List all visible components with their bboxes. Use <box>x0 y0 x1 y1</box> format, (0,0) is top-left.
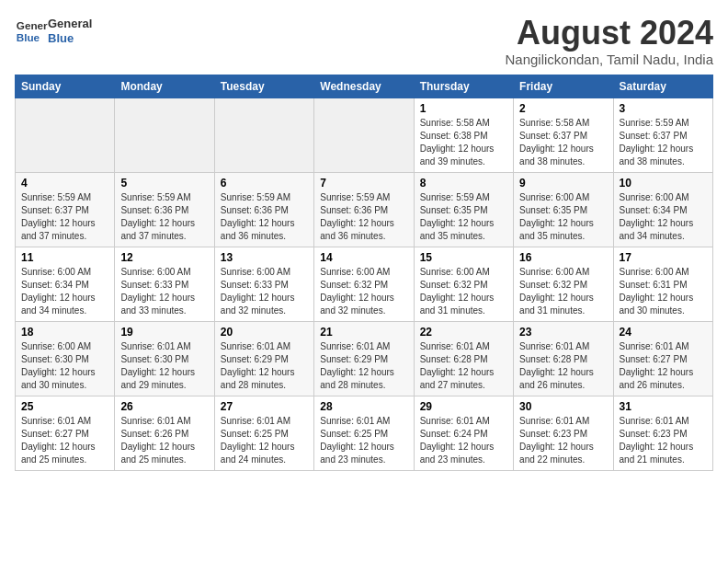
day-number: 17 <box>620 251 707 264</box>
calendar-cell: 22Sunrise: 6:01 AM Sunset: 6:28 PM Dayli… <box>414 321 513 396</box>
day-info: Sunrise: 6:01 AM Sunset: 6:27 PM Dayligh… <box>21 415 108 466</box>
day-number: 13 <box>221 251 308 264</box>
calendar-cell: 9Sunrise: 6:00 AM Sunset: 6:35 PM Daylig… <box>514 172 613 247</box>
weekday-header-wednesday: Wednesday <box>314 75 414 98</box>
day-number: 2 <box>519 102 607 115</box>
calendar-cell <box>214 98 313 172</box>
day-info: Sunrise: 6:01 AM Sunset: 6:28 PM Dayligh… <box>519 340 607 392</box>
day-number: 23 <box>519 326 607 339</box>
calendar-cell: 3Sunrise: 5:59 AM Sunset: 6:37 PM Daylig… <box>613 98 712 172</box>
calendar-cell: 18Sunrise: 6:00 AM Sunset: 6:30 PM Dayli… <box>16 321 115 396</box>
day-number: 11 <box>21 251 108 264</box>
calendar-cell <box>115 98 214 172</box>
calendar-cell: 31Sunrise: 6:01 AM Sunset: 6:23 PM Dayli… <box>613 396 712 470</box>
day-number: 25 <box>21 400 108 413</box>
calendar-cell: 20Sunrise: 6:01 AM Sunset: 6:29 PM Dayli… <box>214 321 313 396</box>
calendar-cell: 4Sunrise: 5:59 AM Sunset: 6:37 PM Daylig… <box>16 172 115 247</box>
calendar-cell: 5Sunrise: 5:59 AM Sunset: 6:36 PM Daylig… <box>115 172 214 247</box>
day-info: Sunrise: 5:59 AM Sunset: 6:36 PM Dayligh… <box>221 191 308 243</box>
calendar-week-row: 1Sunrise: 5:58 AM Sunset: 6:38 PM Daylig… <box>16 98 713 172</box>
calendar-week-row: 11Sunrise: 6:00 AM Sunset: 6:34 PM Dayli… <box>16 247 713 321</box>
title-area: August 2024 Nangilickondan, Tamil Nadu, … <box>505 15 713 67</box>
logo-line2: Blue <box>48 31 92 46</box>
calendar-cell <box>314 98 414 172</box>
day-info: Sunrise: 5:59 AM Sunset: 6:36 PM Dayligh… <box>320 191 407 243</box>
day-number: 19 <box>120 326 208 339</box>
day-info: Sunrise: 6:00 AM Sunset: 6:33 PM Dayligh… <box>221 266 308 317</box>
svg-text:General: General <box>17 19 48 31</box>
day-info: Sunrise: 5:59 AM Sunset: 6:36 PM Dayligh… <box>120 191 208 243</box>
day-info: Sunrise: 6:00 AM Sunset: 6:34 PM Dayligh… <box>21 266 108 317</box>
day-number: 15 <box>420 251 507 264</box>
calendar-cell: 1Sunrise: 5:58 AM Sunset: 6:38 PM Daylig… <box>414 98 513 172</box>
calendar-body: 1Sunrise: 5:58 AM Sunset: 6:38 PM Daylig… <box>16 98 713 470</box>
day-number: 31 <box>620 400 707 413</box>
day-number: 4 <box>21 177 108 190</box>
calendar-week-row: 4Sunrise: 5:59 AM Sunset: 6:37 PM Daylig… <box>16 172 713 247</box>
day-number: 3 <box>620 102 707 115</box>
day-number: 20 <box>221 326 308 339</box>
calendar-cell: 16Sunrise: 6:00 AM Sunset: 6:32 PM Dayli… <box>514 247 613 321</box>
day-number: 12 <box>120 251 208 264</box>
day-number: 27 <box>221 400 308 413</box>
subtitle: Nangilickondan, Tamil Nadu, India <box>505 52 713 67</box>
day-info: Sunrise: 6:00 AM Sunset: 6:33 PM Dayligh… <box>120 266 208 317</box>
day-info: Sunrise: 6:01 AM Sunset: 6:24 PM Dayligh… <box>420 415 507 466</box>
calendar-cell: 17Sunrise: 6:00 AM Sunset: 6:31 PM Dayli… <box>613 247 712 321</box>
day-info: Sunrise: 6:01 AM Sunset: 6:25 PM Dayligh… <box>320 415 407 466</box>
day-number: 16 <box>519 251 607 264</box>
calendar-header: SundayMondayTuesdayWednesdayThursdayFrid… <box>16 75 713 98</box>
calendar-week-row: 18Sunrise: 6:00 AM Sunset: 6:30 PM Dayli… <box>16 321 713 396</box>
day-info: Sunrise: 6:01 AM Sunset: 6:23 PM Dayligh… <box>620 415 707 466</box>
weekday-header-row: SundayMondayTuesdayWednesdayThursdayFrid… <box>16 75 713 98</box>
day-info: Sunrise: 5:59 AM Sunset: 6:35 PM Dayligh… <box>420 191 507 243</box>
weekday-header-monday: Monday <box>115 75 214 98</box>
calendar-cell: 23Sunrise: 6:01 AM Sunset: 6:28 PM Dayli… <box>514 321 613 396</box>
day-info: Sunrise: 6:01 AM Sunset: 6:27 PM Dayligh… <box>620 340 707 392</box>
day-number: 8 <box>420 177 507 190</box>
svg-text:Blue: Blue <box>17 31 40 43</box>
logo: General Blue General Blue <box>15 15 92 48</box>
day-number: 5 <box>120 177 208 190</box>
weekday-header-sunday: Sunday <box>16 75 115 98</box>
day-number: 21 <box>320 326 407 339</box>
day-info: Sunrise: 6:01 AM Sunset: 6:28 PM Dayligh… <box>420 340 507 392</box>
day-info: Sunrise: 5:58 AM Sunset: 6:37 PM Dayligh… <box>519 117 607 168</box>
calendar-cell: 15Sunrise: 6:00 AM Sunset: 6:32 PM Dayli… <box>414 247 513 321</box>
day-number: 28 <box>320 400 407 413</box>
day-info: Sunrise: 6:00 AM Sunset: 6:30 PM Dayligh… <box>21 340 108 392</box>
calendar-cell: 27Sunrise: 6:01 AM Sunset: 6:25 PM Dayli… <box>214 396 313 470</box>
calendar-cell: 7Sunrise: 5:59 AM Sunset: 6:36 PM Daylig… <box>314 172 414 247</box>
calendar-cell <box>16 98 115 172</box>
day-info: Sunrise: 5:58 AM Sunset: 6:38 PM Dayligh… <box>420 117 507 168</box>
day-info: Sunrise: 6:00 AM Sunset: 6:32 PM Dayligh… <box>320 266 407 317</box>
calendar-cell: 29Sunrise: 6:01 AM Sunset: 6:24 PM Dayli… <box>414 396 513 470</box>
weekday-header-friday: Friday <box>514 75 613 98</box>
calendar-cell: 30Sunrise: 6:01 AM Sunset: 6:23 PM Dayli… <box>514 396 613 470</box>
calendar-cell: 11Sunrise: 6:00 AM Sunset: 6:34 PM Dayli… <box>16 247 115 321</box>
calendar-cell: 10Sunrise: 6:00 AM Sunset: 6:34 PM Dayli… <box>613 172 712 247</box>
day-info: Sunrise: 6:01 AM Sunset: 6:26 PM Dayligh… <box>120 415 208 466</box>
calendar-cell: 19Sunrise: 6:01 AM Sunset: 6:30 PM Dayli… <box>115 321 214 396</box>
day-info: Sunrise: 6:00 AM Sunset: 6:35 PM Dayligh… <box>519 191 607 243</box>
calendar-cell: 13Sunrise: 6:00 AM Sunset: 6:33 PM Dayli… <box>214 247 313 321</box>
main-title: August 2024 <box>505 15 713 52</box>
day-number: 24 <box>620 326 707 339</box>
calendar-cell: 24Sunrise: 6:01 AM Sunset: 6:27 PM Dayli… <box>613 321 712 396</box>
day-number: 7 <box>320 177 407 190</box>
day-info: Sunrise: 6:01 AM Sunset: 6:23 PM Dayligh… <box>519 415 607 466</box>
page-header: General Blue General Blue August 2024 Na… <box>15 15 713 67</box>
day-info: Sunrise: 6:00 AM Sunset: 6:32 PM Dayligh… <box>420 266 507 317</box>
calendar-cell: 26Sunrise: 6:01 AM Sunset: 6:26 PM Dayli… <box>115 396 214 470</box>
day-number: 10 <box>620 177 707 190</box>
calendar-cell: 6Sunrise: 5:59 AM Sunset: 6:36 PM Daylig… <box>214 172 313 247</box>
logo-line1: General <box>48 17 92 31</box>
day-info: Sunrise: 5:59 AM Sunset: 6:37 PM Dayligh… <box>620 117 707 168</box>
calendar-cell: 21Sunrise: 6:01 AM Sunset: 6:29 PM Dayli… <box>314 321 414 396</box>
day-info: Sunrise: 6:01 AM Sunset: 6:29 PM Dayligh… <box>320 340 407 392</box>
day-info: Sunrise: 5:59 AM Sunset: 6:37 PM Dayligh… <box>21 191 108 243</box>
calendar-cell: 12Sunrise: 6:00 AM Sunset: 6:33 PM Dayli… <box>115 247 214 321</box>
day-info: Sunrise: 6:01 AM Sunset: 6:25 PM Dayligh… <box>221 415 308 466</box>
day-number: 26 <box>120 400 208 413</box>
day-info: Sunrise: 6:00 AM Sunset: 6:32 PM Dayligh… <box>519 266 607 317</box>
